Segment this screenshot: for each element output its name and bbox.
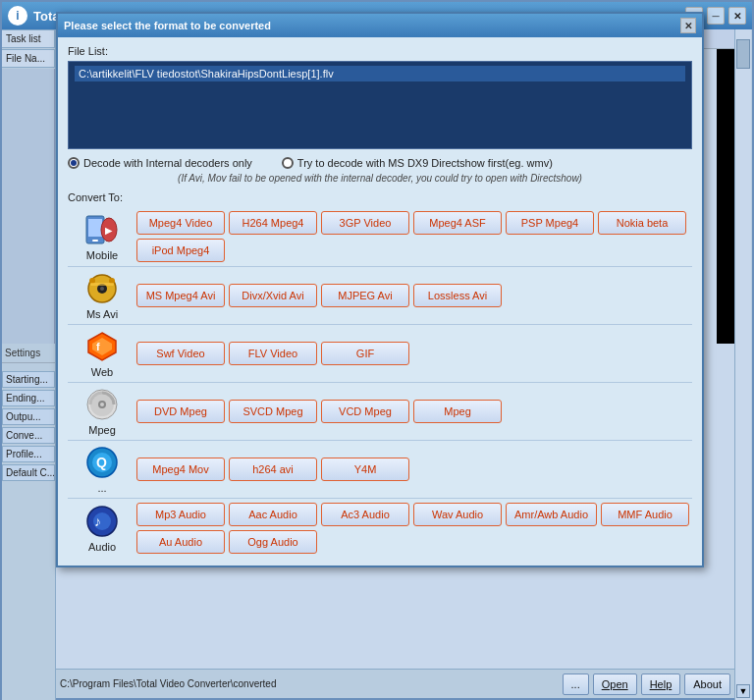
btn-mpeg4-mov[interactable]: Mpeg4 Mov (136, 458, 225, 481)
btn-mpeg4-asf[interactable]: Mpeg4 ASF (413, 211, 502, 235)
file-list-label: File List: (68, 45, 692, 57)
btn-dvd-mpeg[interactable]: DVD Mpeg (136, 400, 225, 423)
btn-y4m[interactable]: Y4M (321, 458, 409, 481)
mobile-icon: ▶ (84, 212, 120, 247)
btn-ipod-mpeg4[interactable]: iPod Mpeg4 (136, 239, 225, 262)
sidebar: Task list File Na... Settings Starting..… (2, 29, 56, 700)
qt-icon: Q (84, 445, 120, 480)
convert-row-audio: ♪ Audio Mp3 Audio Aac Audio Ac3 Audio Wa… (68, 499, 692, 558)
convert-row-web: f Web Swf Video FLV Video GIF (68, 325, 692, 383)
web-icon: f (84, 329, 120, 364)
btn-au-audio[interactable]: Au Audio (136, 530, 225, 554)
hint-text: (If Avi, Mov fail to be opened with the … (68, 173, 692, 184)
main-window: i Total Video Converter ---- Standard ve… (0, 0, 754, 700)
about-button[interactable]: About (684, 673, 730, 695)
help-bottom-button[interactable]: Help (641, 673, 681, 695)
file-list-box[interactable]: C:\artikkelit\FLV tiedostot\ShakiraHipsD… (68, 61, 692, 149)
sidebar-profile[interactable]: Profile... (2, 446, 55, 462)
svg-point-7 (100, 287, 104, 291)
open-label: Open (602, 678, 628, 690)
svg-rect-10 (90, 283, 114, 286)
btn-gif[interactable]: GIF (321, 342, 409, 365)
svg-rect-2 (92, 240, 98, 242)
sidebar-ending[interactable]: Ending... (2, 390, 55, 406)
audio-icon-area: ♪ Audio (68, 504, 136, 553)
btn-divx-xvid-avi[interactable]: Divx/Xvid Avi (229, 284, 317, 307)
radio-row: Decode with Internal decoders only Try t… (68, 157, 692, 169)
web-icon-area: f Web (68, 329, 136, 378)
svg-text:Q: Q (96, 455, 107, 470)
browse-button[interactable]: ... (563, 673, 589, 695)
radio-directshow-label: Try to decode with MS DX9 Directshow fir… (297, 157, 553, 169)
web-label: Web (91, 366, 113, 378)
btn-svcd-mpeg[interactable]: SVCD Mpeg (229, 400, 317, 423)
avi-label: Ms Avi (86, 308, 118, 320)
btn-aac-audio[interactable]: Aac Audio (229, 503, 317, 526)
sidebar-default[interactable]: Default C... (2, 464, 55, 481)
btn-psp-mpeg4[interactable]: PSP Mpeg4 (506, 211, 594, 235)
mpeg-icon (84, 387, 120, 422)
convert-row-qt: Q ... Mpeg4 Mov h264 avi Y4M (68, 441, 692, 499)
minimize-button[interactable]: ─ (707, 7, 725, 25)
close-button[interactable]: ✕ (728, 7, 746, 25)
btn-swf-video[interactable]: Swf Video (136, 342, 225, 365)
sidebar-convert[interactable]: Conve... (2, 427, 55, 444)
mpeg-icon-area: Mpeg (68, 387, 136, 436)
btn-mp3-audio[interactable]: Mp3 Audio (136, 503, 225, 526)
mobile-icon-area: ▶ Mobile (68, 212, 136, 261)
sidebar-task-list[interactable]: Task list (2, 29, 55, 48)
radio-internal-label: Decode with Internal decoders only (83, 157, 252, 169)
dialog-title-text: Please select the format to be converted (64, 20, 271, 31)
btn-flv-video[interactable]: FLV Video (229, 342, 317, 365)
btn-lossless-avi[interactable]: Lossless Avi (413, 284, 502, 307)
output-path: C:\Program Files\Total Video Converter\c… (60, 678, 559, 689)
btn-mmf-audio[interactable]: MMF Audio (601, 503, 689, 526)
avi-icon (84, 271, 120, 306)
qt-icon-area: Q ... (68, 445, 136, 494)
audio-icon: ♪ (84, 504, 120, 539)
svg-text:♪: ♪ (94, 513, 101, 529)
sidebar-starting[interactable]: Starting... (2, 371, 55, 388)
file-item[interactable]: C:\artikkelit\FLV tiedostot\ShakiraHipsD… (75, 66, 685, 81)
btn-mpeg4-video[interactable]: Mpeg4 Video (136, 211, 225, 235)
scrollbar-arrow-down[interactable]: ▼ (736, 684, 750, 698)
btn-ac3-audio[interactable]: Ac3 Audio (321, 503, 409, 526)
scrollbar-track[interactable]: ▼ (735, 29, 751, 700)
btn-h264-mpeg4[interactable]: H264 Mpeg4 (229, 211, 317, 235)
help-label: Help (650, 678, 673, 690)
avi-buttons: MS Mpeg4 Avi Divx/Xvid Avi MJPEG Avi Los… (136, 284, 692, 307)
svg-point-17 (100, 403, 104, 406)
dialog-close-button[interactable]: ✕ (680, 18, 696, 33)
convert-to-label: Convert To: (68, 191, 692, 203)
dialog-title-bar: Please select the format to be converted… (58, 14, 702, 37)
scrollbar-thumb[interactable] (736, 39, 750, 69)
btn-3gp-video[interactable]: 3GP Video (321, 211, 409, 235)
btn-ms-mpeg4-avi[interactable]: MS Mpeg4 Avi (136, 284, 225, 307)
svg-text:f: f (96, 341, 100, 352)
right-scrollbar[interactable]: ▼ (734, 29, 752, 700)
sidebar-settings-label: Settings (2, 344, 55, 363)
sidebar-file-name[interactable]: File Na... (2, 49, 55, 68)
video-preview-area (717, 49, 734, 344)
btn-h264-avi[interactable]: h264 avi (229, 458, 317, 481)
radio-internal-circle[interactable] (68, 157, 80, 169)
btn-nokia-beta[interactable]: Nokia beta (598, 211, 686, 235)
radio-internal[interactable]: Decode with Internal decoders only (68, 157, 252, 169)
bottom-bar: C:\Program Files\Total Video Converter\c… (56, 669, 734, 698)
convert-sections: ▶ Mobile Mpeg4 Video H264 Mpeg4 3GP Vide… (68, 207, 692, 558)
open-button[interactable]: Open (593, 673, 637, 695)
convert-row-mpeg: Mpeg DVD Mpeg SVCD Mpeg VCD Mpeg Mpeg (68, 383, 692, 441)
btn-mpeg[interactable]: Mpeg (413, 400, 502, 423)
settings-items: Starting... Ending... Outpu... Conve... … (2, 371, 55, 481)
btn-wav-audio[interactable]: Wav Audio (413, 503, 502, 526)
sidebar-output[interactable]: Outpu... (2, 408, 55, 425)
radio-directshow[interactable]: Try to decode with MS DX9 Directshow fir… (282, 157, 553, 169)
btn-vcd-mpeg[interactable]: VCD Mpeg (321, 400, 409, 423)
btn-ogg-audio[interactable]: Ogg Audio (229, 530, 317, 554)
app-icon: i (8, 6, 27, 26)
btn-amr-awb-audio[interactable]: Amr/Awb Audio (506, 503, 597, 526)
mobile-label: Mobile (86, 249, 118, 261)
radio-directshow-circle[interactable] (282, 157, 294, 169)
avi-icon-area: Ms Avi (68, 271, 136, 320)
btn-mjpeg-avi[interactable]: MJPEG Avi (321, 284, 409, 307)
